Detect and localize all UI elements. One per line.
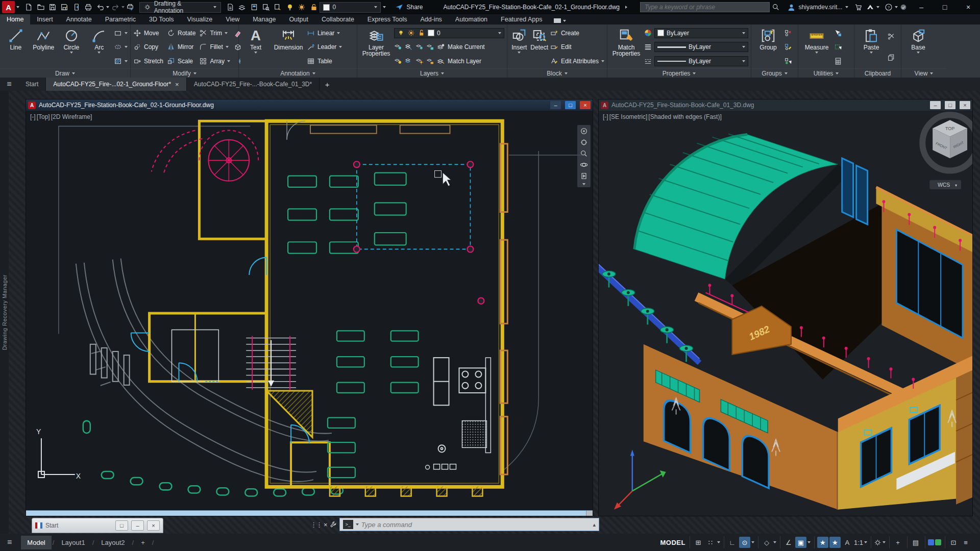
clipboard-panel-label[interactable]: Clipboard xyxy=(854,68,901,78)
measure-button[interactable]: Measure xyxy=(801,26,832,68)
workspace-gear-icon[interactable] xyxy=(874,539,881,546)
navigation-bar[interactable] xyxy=(577,125,591,187)
doc-minimize-button[interactable]: – xyxy=(550,101,561,109)
stretch-button[interactable]: Stretch xyxy=(133,56,163,67)
window-minimize-button[interactable]: – xyxy=(910,0,933,14)
object-snap-toggle[interactable]: ▣ xyxy=(795,537,806,548)
command-history-up-icon[interactable]: ▴ xyxy=(593,521,596,528)
polar-tracking-toggle[interactable]: ⊙ xyxy=(739,537,750,548)
help-search-box[interactable] xyxy=(640,2,770,12)
units-icon[interactable]: ▤ xyxy=(910,537,921,548)
ribbon-tab-add-ins[interactable]: Add-ins xyxy=(413,14,448,24)
group-button[interactable]: Group xyxy=(754,26,782,68)
annotation-visibility-toggle[interactable]: ★ xyxy=(817,537,828,548)
grid-toggle[interactable]: ⊞ xyxy=(693,537,704,548)
isodraft-toggle[interactable]: ◇ xyxy=(761,537,772,548)
navbar-caret-icon[interactable] xyxy=(582,183,585,185)
copy-button[interactable]: Copy xyxy=(133,42,163,53)
open-file-button[interactable] xyxy=(35,2,46,13)
start-minimized-window[interactable]: Start □ – × xyxy=(32,518,163,533)
leader-button[interactable]: Leader xyxy=(307,42,342,53)
model-canvas-3d[interactable]: [-] [SE Isometric] [Shaded with edges (F… xyxy=(599,111,972,516)
quick-view-button[interactable] xyxy=(272,2,284,13)
circle-button[interactable]: Circle xyxy=(58,26,85,68)
ribbon-tab-featured-apps[interactable]: Featured Apps xyxy=(494,14,549,24)
insert-block-button[interactable]: Insert xyxy=(510,26,528,68)
layer-lock-icon[interactable] xyxy=(308,2,320,13)
start-tab[interactable]: Start xyxy=(18,78,46,91)
table-button[interactable]: Table xyxy=(307,56,342,67)
qat-layer-dropdown[interactable]: 0 xyxy=(320,2,381,13)
trim-button[interactable]: Trim xyxy=(199,28,230,38)
view-panel-label[interactable]: View xyxy=(901,68,946,78)
health-dashboard-icon[interactable] xyxy=(898,2,910,13)
isodraft-caret-icon[interactable] xyxy=(773,541,776,543)
snap-toggle[interactable]: ∷ xyxy=(705,537,716,548)
object-snap-tracking-toggle[interactable]: ∠ xyxy=(783,537,794,548)
autodesk-caret-icon[interactable] xyxy=(876,6,879,8)
match-properties-button[interactable]: Match Properties xyxy=(610,26,643,68)
base-view-button[interactable]: Base xyxy=(904,26,933,68)
command-caret-icon[interactable] xyxy=(356,523,359,525)
layout2-tab[interactable]: Layout2 xyxy=(95,536,131,549)
customization-menu-icon[interactable]: ≡ xyxy=(960,537,971,548)
ribbon-tab-manage[interactable]: Manage xyxy=(246,14,282,24)
new-layout-button[interactable]: + xyxy=(135,536,151,549)
ungroup-button[interactable] xyxy=(784,28,792,38)
batch-plot-button[interactable] xyxy=(125,2,136,13)
viewport-minus-control-3d[interactable]: [-] xyxy=(603,113,608,120)
new-file-button[interactable] xyxy=(22,2,34,13)
doc3d-close-button[interactable]: × xyxy=(960,101,970,109)
plot-preview-button[interactable] xyxy=(260,2,272,13)
signed-in-user[interactable]: shiyamdev.srit... xyxy=(787,3,849,12)
model-canvas-2d[interactable]: [-] [Top] [2D Wireframe] xyxy=(26,111,593,516)
viewcube[interactable]: TOP FRONT RIGHT xyxy=(922,115,972,170)
window-close-button[interactable]: × xyxy=(957,0,980,14)
clean-screen-toggle[interactable]: ⊡ xyxy=(948,537,959,548)
polyline-button[interactable]: Polyline xyxy=(31,26,57,68)
object-color-dropdown[interactable]: ByLayer xyxy=(654,28,748,38)
groups-panel-label[interactable]: Groups xyxy=(751,68,798,78)
layer-sun-icon[interactable] xyxy=(296,2,308,13)
create-block-button[interactable]: Create xyxy=(550,28,604,38)
dimension-button[interactable]: Dimension xyxy=(272,26,305,68)
block-panel-label[interactable]: Block xyxy=(507,68,607,78)
help-icon[interactable]: ? xyxy=(883,2,894,13)
annotation-scale-icon[interactable]: A xyxy=(842,537,853,548)
viewport-style-control[interactable]: [2D Wireframe] xyxy=(51,113,92,120)
workspace-switcher[interactable]: Drafting & Annotation xyxy=(139,2,221,13)
ribbon-tab-home[interactable]: Home xyxy=(0,14,30,24)
polar-caret-icon[interactable] xyxy=(751,541,754,543)
draw-panel-label[interactable]: Draw xyxy=(0,68,130,78)
move-button[interactable]: Move xyxy=(133,28,163,38)
annotation-monitor-plus-icon[interactable]: + xyxy=(892,537,903,548)
wcs-control[interactable]: WCS xyxy=(929,180,961,189)
command-close-icon[interactable]: × xyxy=(324,521,328,529)
model-space-badge[interactable]: MODEL xyxy=(660,539,685,546)
text-button[interactable]: A Text xyxy=(241,26,270,68)
annotation-autoscale-toggle[interactable]: ★ xyxy=(829,537,841,548)
search-input[interactable] xyxy=(645,4,765,11)
workspace-gear-caret-icon[interactable] xyxy=(883,541,886,543)
doc3d-maximize-button[interactable]: □ xyxy=(945,101,955,109)
viewport-minus-control[interactable]: [-] xyxy=(30,113,36,120)
save-as-button[interactable] xyxy=(59,2,70,13)
lineweight-dropdown[interactable]: ByLayer xyxy=(654,42,748,52)
sheet-set-button[interactable] xyxy=(224,2,236,13)
viewport-view-control-3d[interactable]: [SE Isometric] xyxy=(609,113,648,120)
title-expand-caret-icon[interactable] xyxy=(625,6,627,9)
properties-palette-button[interactable] xyxy=(248,2,260,13)
detect-block-button[interactable]: Detect xyxy=(530,26,548,68)
share-view-button[interactable] xyxy=(70,2,82,13)
hatch-tool-button[interactable] xyxy=(114,56,128,67)
drawing-window-2d-titlebar[interactable]: A AutoCAD-FY25_Fire-Station-Book-Cafe_02… xyxy=(26,99,593,111)
quick-select-button[interactable] xyxy=(834,28,842,38)
layer-translator-button[interactable] xyxy=(236,2,248,13)
qat-customize-caret-icon[interactable] xyxy=(383,6,386,8)
utilities-panel-label[interactable]: Utilities xyxy=(798,68,854,78)
annotation-panel-label[interactable]: Annotation xyxy=(239,68,357,78)
array-button[interactable]: Array xyxy=(199,56,230,67)
group-selection-button[interactable] xyxy=(784,56,792,67)
command-input[interactable] xyxy=(361,521,591,529)
start-restore-button[interactable]: □ xyxy=(115,520,128,531)
